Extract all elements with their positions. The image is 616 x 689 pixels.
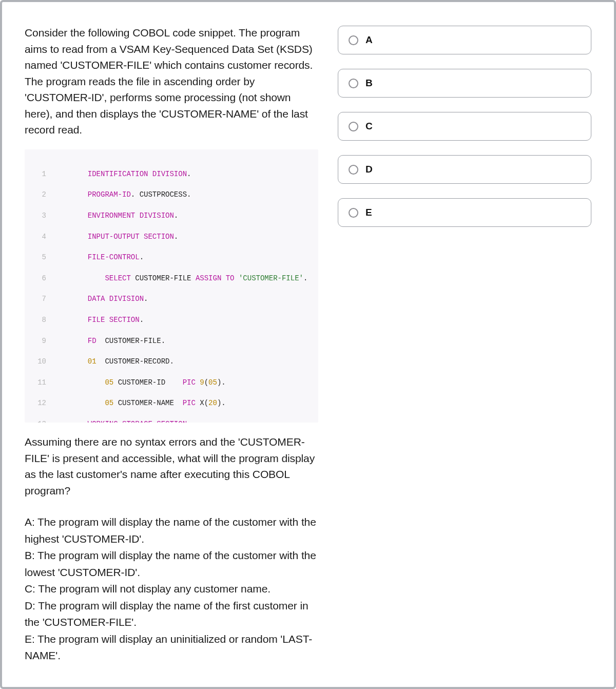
option-text-d: D: The program will display the name of … [25,598,318,631]
radio-icon [349,165,358,175]
question-intro: Consider the following COBOL code snippe… [25,25,318,138]
radio-icon [349,208,358,218]
answer-choice-a[interactable]: A [338,26,591,54]
code-snippet: 1 IDENTIFICATION DIVISION. 2 PROGRAM-ID.… [25,149,318,423]
answer-choice-c[interactable]: C [338,112,591,141]
question-options-text: A: The program will display the name of … [25,514,318,664]
answer-label: A [365,34,373,46]
option-text-b: B: The program will display the name of … [25,547,318,581]
question-prompt: Assuming there are no syntax errors and … [25,434,318,499]
radio-icon [349,35,358,45]
answer-label: E [365,207,372,218]
option-text-e: E: The program will display an uninitial… [25,631,318,664]
option-text-c: C: The program will not display any cust… [25,581,318,598]
question-column: Consider the following COBOL code snippe… [25,25,318,664]
answers-column: A B C D E [338,25,591,664]
option-text-a: A: The program will display the name of … [25,514,318,547]
question-frame: Consider the following COBOL code snippe… [0,0,616,689]
answer-choice-e[interactable]: E [338,198,591,227]
answer-choice-b[interactable]: B [338,69,591,98]
radio-icon [349,122,358,131]
answer-label: B [365,78,373,89]
radio-icon [349,79,358,88]
answer-label: D [365,164,373,175]
answer-label: C [365,121,373,132]
answer-choice-d[interactable]: D [338,155,591,184]
